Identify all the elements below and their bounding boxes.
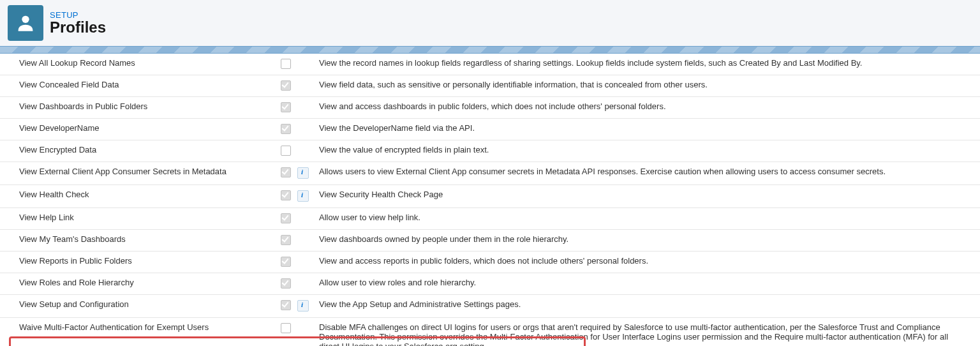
permission-label: View DeveloperName [0,119,279,140]
header-ribbon [0,46,980,54]
permission-desc: View and access dashboards in public fol… [313,97,980,119]
profiles-icon [8,5,43,41]
permission-row: View Reports in Public Folders View and … [0,252,980,273]
permission-desc: Allows users to view External Client App… [313,162,980,185]
permission-checkbox[interactable] [281,167,291,177]
permission-checkbox[interactable] [281,213,291,223]
permission-checkbox[interactable] [281,235,291,245]
permission-row: View All Lookup Record Names View the re… [0,54,980,75]
permission-desc: View the value of encrypted fields in pl… [313,140,980,162]
permission-label: View Reports in Public Folders [0,252,279,273]
info-icon[interactable] [297,190,309,202]
page-header: SETUP Profiles [0,0,980,46]
permission-checkbox[interactable] [281,278,291,289]
permission-row: View My Team's Dashboards View dashboard… [0,230,980,252]
permission-label: View Help Link [0,208,279,230]
permission-row: View DeveloperName View the DeveloperNam… [0,119,980,140]
permission-label: View All Lookup Record Names [0,54,279,75]
permission-checkbox[interactable] [281,146,291,156]
permission-row: View External Client App Consumer Secret… [0,162,980,185]
permission-desc: Allow user to view help link. [313,208,980,230]
permission-checkbox[interactable] [281,80,291,91]
permission-row: Waive Multi-Factor Authentication for Ex… [0,318,980,347]
permission-label: Waive Multi-Factor Authentication for Ex… [0,318,279,347]
permission-label: View Setup and Configuration [0,295,279,318]
permission-checkbox[interactable] [281,59,291,69]
permission-label: View Concealed Field Data [0,75,279,97]
permission-desc: View field data, such as sensitive or pe… [313,75,980,97]
info-icon[interactable] [297,167,309,179]
permission-label: View My Team's Dashboards [0,230,279,252]
svg-point-0 [22,16,29,23]
permission-row: View Health Check View Security Health C… [0,185,980,208]
permission-checkbox[interactable] [281,124,291,134]
permission-row: View Encrypted Data View the value of en… [0,140,980,162]
permission-checkbox[interactable] [281,323,291,333]
permissions-table: View All Lookup Record Names View the re… [0,54,980,346]
permission-checkbox[interactable] [281,190,291,200]
permission-row: View Help Link Allow user to view help l… [0,208,980,230]
permission-desc: View and access reports in public folder… [313,252,980,273]
permission-desc: View the DeveloperName field via the API… [313,119,980,140]
permission-label: View Roles and Role Hierarchy [0,273,279,295]
permission-desc: Disable MFA challenges on direct UI logi… [313,318,980,347]
person-icon [15,12,36,34]
permission-label: View Health Check [0,185,279,208]
permission-desc: View Security Health Check Page [313,185,980,208]
permission-checkbox[interactable] [281,257,291,267]
permission-checkbox[interactable] [281,300,291,310]
permission-desc: View the App Setup and Administrative Se… [313,295,980,318]
permission-row: View Roles and Role Hierarchy Allow user… [0,273,980,295]
permission-label: View External Client App Consumer Secret… [0,162,279,185]
permission-row: View Setup and Configuration View the Ap… [0,295,980,318]
permission-checkbox[interactable] [281,102,291,112]
permission-row: View Dashboards in Public Folders View a… [0,97,980,119]
info-icon[interactable] [297,300,309,312]
permission-label: View Dashboards in Public Folders [0,97,279,119]
permission-label: View Encrypted Data [0,140,279,162]
permission-desc: View dashboards owned by people under th… [313,230,980,252]
permission-desc: View the record names in lookup fields r… [313,54,980,75]
page-title: Profiles [50,19,106,36]
permission-row: View Concealed Field Data View field dat… [0,75,980,97]
permission-desc: Allow user to view roles and role hierar… [313,273,980,295]
